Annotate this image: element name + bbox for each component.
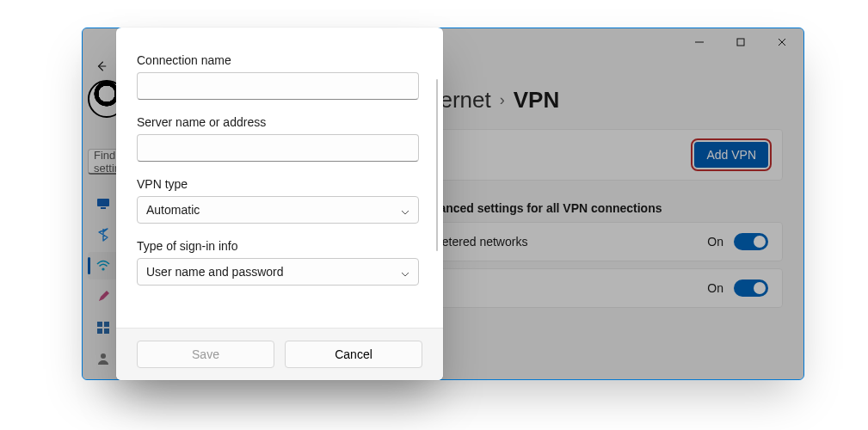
server-input[interactable]: [137, 134, 419, 162]
add-vpn-dialog: Connection name Server name or address V…: [116, 28, 443, 380]
signin-type-select[interactable]: User name and password: [137, 258, 419, 286]
window-controls: [680, 28, 803, 56]
svg-rect-11: [104, 329, 109, 334]
connection-name-label: Connection name: [137, 53, 419, 67]
svg-rect-9: [104, 322, 109, 327]
maximize-button[interactable]: [721, 28, 760, 56]
toggle-state: On: [707, 281, 723, 295]
svg-rect-1: [737, 39, 744, 46]
svg-rect-10: [97, 329, 102, 334]
breadcrumb-current: VPN: [514, 87, 559, 114]
save-button[interactable]: Save: [137, 341, 274, 368]
breadcrumb: internet › VPN: [416, 87, 783, 114]
connection-name-input[interactable]: [137, 72, 419, 100]
person-icon: [96, 352, 110, 366]
vpn-type-value: Automatic: [146, 203, 200, 217]
advanced-settings-header: Advanced settings for all VPN connection…: [416, 201, 783, 215]
svg-point-12: [101, 353, 106, 359]
toggle-state: On: [707, 235, 723, 249]
chevron-right-icon: ›: [500, 91, 505, 109]
system-icon: [96, 197, 110, 211]
vpn-type-select[interactable]: Automatic: [137, 196, 419, 224]
close-button[interactable]: [762, 28, 802, 56]
svg-point-7: [102, 267, 104, 270]
bluetooth-icon: [96, 228, 110, 242]
cancel-button[interactable]: Cancel: [285, 341, 422, 368]
toggle-switch[interactable]: [734, 233, 768, 250]
back-button[interactable]: [93, 58, 110, 75]
row-roaming[interactable]: Allow VPN while roaming On: [416, 268, 783, 308]
dialog-body: Connection name Server name or address V…: [116, 28, 443, 328]
svg-rect-8: [97, 322, 102, 327]
svg-rect-6: [101, 207, 106, 209]
row-label: Allow VPN over metered networks: [431, 235, 527, 249]
add-vpn-button[interactable]: Add VPN: [694, 142, 768, 168]
signin-type-value: User name and password: [146, 265, 284, 279]
server-label: Server name or address: [137, 115, 419, 129]
chevron-down-icon: [401, 267, 409, 276]
brush-icon: [96, 290, 110, 304]
vpn-connections-panel: VPN connections Add VPN: [416, 129, 783, 181]
dialog-footer: Save Cancel: [116, 328, 443, 380]
row-metered[interactable]: Allow VPN over metered networks On: [416, 222, 783, 261]
wifi-icon: [96, 259, 110, 273]
toggle-switch[interactable]: [734, 280, 768, 297]
chevron-down-icon: [401, 206, 409, 214]
apps-icon: [96, 321, 110, 335]
minimize-button[interactable]: [680, 28, 719, 56]
svg-rect-5: [97, 199, 109, 206]
vpn-type-label: VPN type: [137, 177, 419, 191]
signin-type-label: Type of sign-in info: [137, 239, 419, 253]
